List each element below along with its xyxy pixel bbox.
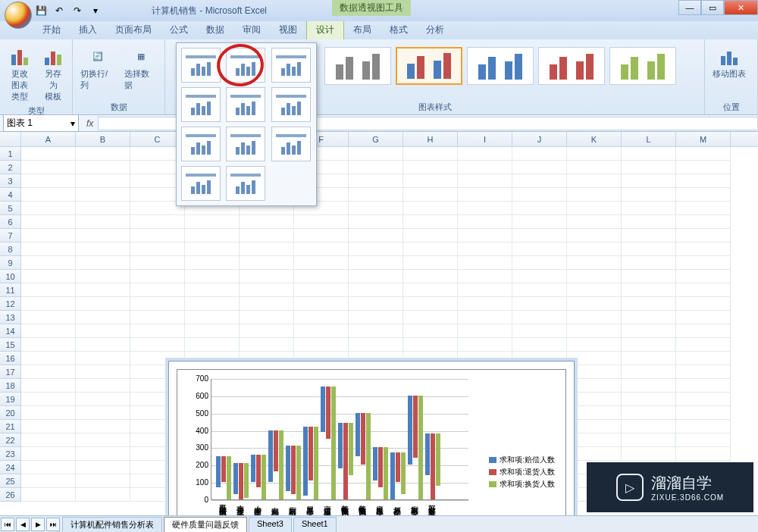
cell[interactable] [676, 256, 731, 270]
cell[interactable] [294, 256, 349, 270]
cell[interactable] [185, 324, 240, 338]
cell[interactable] [458, 297, 512, 311]
cell[interactable] [567, 229, 622, 243]
select-data-button[interactable]: ▦ 选择数据 [121, 42, 160, 92]
cell[interactable] [403, 324, 458, 338]
cell[interactable] [512, 147, 567, 161]
cell[interactable] [403, 202, 458, 215]
cell[interactable] [676, 161, 731, 174]
cell[interactable] [21, 420, 76, 433]
cell[interactable] [622, 161, 676, 174]
sheet-tab[interactable]: 计算机配件销售分析表 [62, 517, 162, 532]
row-header[interactable]: 21 [0, 420, 21, 433]
select-all-corner[interactable] [0, 132, 21, 146]
cell[interactable] [21, 393, 76, 406]
cell[interactable] [567, 215, 622, 229]
cell[interactable] [76, 324, 130, 338]
cell[interactable] [21, 256, 76, 270]
ribbon-tab[interactable]: 公式 [161, 20, 197, 39]
cell[interactable] [76, 420, 130, 433]
cell[interactable] [349, 215, 403, 229]
cell[interactable] [567, 420, 622, 433]
chart-style-thumb[interactable] [467, 47, 534, 85]
cell[interactable] [130, 256, 185, 270]
cell[interactable] [567, 324, 622, 338]
cell[interactable] [622, 297, 676, 311]
cell[interactable] [76, 311, 130, 324]
cell[interactable] [130, 283, 185, 297]
cell[interactable] [21, 297, 76, 311]
cell[interactable] [567, 393, 622, 406]
chart-layout-option[interactable] [181, 166, 221, 201]
cell[interactable] [240, 297, 294, 311]
cell[interactable] [349, 270, 403, 283]
cell[interactable] [76, 174, 130, 188]
close-button[interactable]: ✕ [724, 0, 758, 15]
cell[interactable] [240, 243, 294, 256]
cell[interactable] [567, 283, 622, 297]
cell[interactable] [76, 433, 130, 447]
cell[interactable] [21, 283, 76, 297]
cell[interactable] [185, 270, 240, 283]
cell[interactable] [76, 393, 130, 406]
row-header[interactable]: 3 [0, 174, 21, 188]
cell[interactable] [458, 338, 512, 352]
cell[interactable] [130, 270, 185, 283]
cell[interactable] [676, 174, 731, 188]
cell[interactable] [512, 311, 567, 324]
row-header[interactable]: 9 [0, 256, 21, 270]
chart-layout-option[interactable] [226, 87, 265, 122]
cell[interactable] [512, 161, 567, 174]
cell[interactable] [185, 229, 240, 243]
cell[interactable] [349, 311, 403, 324]
cell[interactable] [185, 311, 240, 324]
maximize-button[interactable]: ▭ [701, 0, 724, 15]
cell[interactable] [458, 243, 512, 256]
cell[interactable] [76, 352, 130, 365]
sheet-tab[interactable]: Sheet1 [293, 517, 337, 532]
cell[interactable] [294, 243, 349, 256]
cell[interactable] [185, 297, 240, 311]
cell[interactable] [294, 229, 349, 243]
cell[interactable] [130, 229, 185, 243]
cell[interactable] [567, 270, 622, 283]
cell[interactable] [349, 283, 403, 297]
cell[interactable] [458, 188, 512, 202]
ribbon-tab[interactable]: 数据 [197, 20, 233, 39]
cell[interactable] [76, 283, 130, 297]
cell[interactable] [676, 283, 731, 297]
cell[interactable] [21, 324, 76, 338]
cell[interactable] [567, 256, 622, 270]
cell[interactable] [458, 311, 512, 324]
chart-style-thumb[interactable] [324, 47, 391, 85]
cell[interactable] [76, 447, 130, 461]
cell[interactable] [512, 215, 567, 229]
cell[interactable] [676, 406, 731, 420]
cell[interactable] [622, 202, 676, 215]
cell[interactable] [21, 433, 76, 447]
column-header[interactable]: M [676, 132, 731, 146]
cell[interactable] [567, 379, 622, 393]
cell[interactable] [294, 283, 349, 297]
cell[interactable] [676, 365, 731, 379]
cell[interactable] [676, 393, 731, 406]
cell[interactable] [76, 256, 130, 270]
cell[interactable] [622, 324, 676, 338]
row-header[interactable]: 17 [0, 365, 21, 379]
row-header[interactable]: 12 [0, 297, 21, 311]
sheet-tab[interactable]: Sheet3 [249, 517, 292, 532]
sheet-nav-next[interactable]: ▶ [31, 518, 45, 531]
cell[interactable] [567, 447, 622, 461]
cell[interactable] [676, 352, 731, 365]
dropdown-icon[interactable]: ▾ [70, 118, 75, 129]
cell[interactable] [567, 311, 622, 324]
cell[interactable] [512, 202, 567, 215]
row-header[interactable]: 16 [0, 352, 21, 365]
cell[interactable] [676, 270, 731, 283]
cell[interactable] [294, 338, 349, 352]
cell[interactable] [21, 161, 76, 174]
cell[interactable] [240, 338, 294, 352]
cell[interactable] [130, 311, 185, 324]
cell[interactable] [403, 215, 458, 229]
row-header[interactable]: 23 [0, 447, 21, 461]
